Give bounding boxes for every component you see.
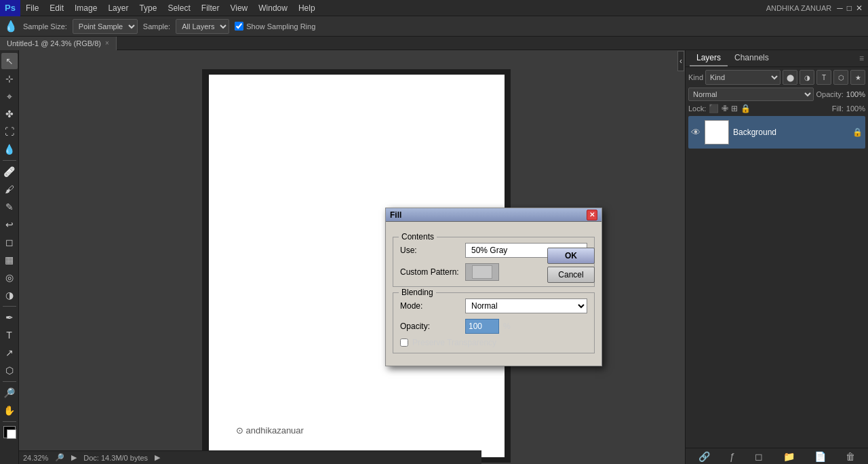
contents-label: Contents	[399, 232, 437, 241]
opacity-label-panel: Opacity:	[816, 90, 844, 98]
use-label: Use:	[400, 246, 461, 255]
brush-tool[interactable]: 🖌	[1, 181, 18, 197]
blend-mode-select[interactable]: Normal	[688, 88, 814, 101]
menu-filter[interactable]: Filter	[196, 0, 225, 16]
move-tool[interactable]: ↖	[1, 53, 18, 69]
pattern-inner	[472, 265, 492, 279]
adjustment-filter-btn[interactable]: ◑	[800, 70, 814, 85]
kind-label: Kind	[688, 73, 703, 81]
menu-select[interactable]: Select	[162, 0, 195, 16]
lock-artboard-icon[interactable]: ⊞	[731, 104, 738, 113]
lock-all-icon[interactable]: 🔒	[741, 104, 751, 113]
gradient-tool[interactable]: ▦	[1, 252, 18, 268]
document-tab[interactable]: Untitled-1 @ 24.3% (RGB/8) ×	[0, 37, 117, 50]
eyedropper-icon: 💧	[4, 20, 18, 33]
tab-layers[interactable]: Layers	[690, 50, 728, 66]
preserve-transparency-row: Preserve Transparency	[400, 338, 587, 347]
layers-toolbar: Kind Kind ⬤ ◑ T ⬡ ★	[688, 70, 865, 85]
add-mask-btn[interactable]: ◻	[755, 451, 763, 462]
lock-position-icon[interactable]: ✙	[722, 104, 728, 113]
layer-lock-icon: 🔒	[852, 128, 863, 137]
foreground-color[interactable]	[3, 426, 16, 438]
left-toolbar: ↖ ⊹ ⌖ ✤ ⛶ 💧 🩹 🖌 ✎ ↩ ◻ ▦ ◎ ◑ ✒ T ↗ ⬡ 🔎 ✋	[0, 50, 19, 464]
opacity-label: Opacity:	[400, 322, 461, 331]
tool-separator-1	[3, 160, 16, 161]
panel-expand-icon[interactable]: ≡	[859, 54, 864, 63]
opacity-unit: %	[503, 322, 511, 331]
preserve-label: Preserve Transparency	[412, 338, 496, 347]
preserve-transparency-checkbox[interactable]	[400, 339, 408, 347]
close-button[interactable]: ✕	[856, 3, 863, 13]
custom-pattern-label: Custom Pattern:	[400, 267, 461, 277]
dialog-overlay: Fill ✕ Contents Use: 50% Gray	[19, 50, 685, 464]
menu-edit[interactable]: Edit	[44, 0, 69, 16]
opacity-input[interactable]	[465, 319, 499, 334]
healing-brush-tool[interactable]: 🩹	[1, 163, 18, 180]
smart-filter-btn[interactable]: ★	[850, 70, 865, 85]
ok-button[interactable]: OK	[547, 248, 595, 264]
mode-select[interactable]: Normal	[465, 298, 587, 313]
sample-select[interactable]: All Layers	[176, 19, 229, 34]
tool-separator-2	[3, 306, 16, 307]
pixel-filter-btn[interactable]: ⬤	[783, 70, 797, 85]
eraser-tool[interactable]: ◻	[1, 234, 18, 250]
show-sampling-checkbox-label[interactable]: Show Sampling Ring	[235, 22, 315, 31]
menu-bar: Ps File Edit Image Layer Type Select Fil…	[0, 0, 868, 16]
marquee-tool[interactable]: ⊹	[1, 71, 18, 87]
shape-tool[interactable]: ⬡	[1, 362, 18, 379]
layers-lock: Lock: ⬛ ✙ ⊞ 🔒 Fill: 100%	[688, 104, 865, 113]
menu-layer[interactable]: Layer	[102, 0, 134, 16]
restore-button[interactable]: □	[847, 3, 852, 13]
tool-separator-4	[3, 421, 16, 422]
pen-tool[interactable]: ✒	[1, 309, 18, 326]
eyedropper-tool[interactable]: 💧	[1, 141, 18, 157]
tab-close-button[interactable]: ×	[105, 39, 109, 47]
hand-tool[interactable]: ✋	[1, 402, 18, 419]
sample-size-select[interactable]: Point Sample	[73, 19, 138, 34]
cancel-button[interactable]: Cancel	[547, 267, 595, 283]
history-brush-tool[interactable]: ↩	[1, 216, 18, 233]
menu-help[interactable]: Help	[293, 0, 321, 16]
dialog-buttons: OK Cancel	[547, 248, 595, 283]
layer-visibility-icon[interactable]: 👁	[691, 127, 701, 138]
dodge-tool[interactable]: ◑	[1, 287, 18, 303]
sample-label: Sample:	[143, 22, 170, 31]
link-layers-btn[interactable]: 🔗	[698, 451, 710, 462]
ps-logo: Ps	[0, 0, 20, 16]
show-sampling-checkbox[interactable]	[235, 22, 243, 31]
type-filter-btn[interactable]: T	[816, 70, 831, 85]
canvas-area: ⊙ andhikazanuar Fill ✕ Contents Use:	[19, 50, 685, 464]
menu-type[interactable]: Type	[134, 0, 162, 16]
opacity-row: Opacity: %	[400, 319, 587, 334]
dialog-titlebar: Fill ✕	[386, 208, 601, 222]
add-style-btn[interactable]: ƒ	[730, 451, 735, 462]
lasso-tool[interactable]: ⌖	[1, 88, 18, 104]
delete-layer-btn[interactable]: 🗑	[846, 451, 855, 462]
crop-tool[interactable]: ⛶	[1, 123, 18, 140]
tab-channels[interactable]: Channels	[728, 50, 776, 66]
dialog-close-button[interactable]: ✕	[587, 210, 597, 220]
blending-label: Blending	[399, 288, 436, 297]
layer-item[interactable]: 👁 Background 🔒	[688, 116, 865, 149]
shape-filter-btn[interactable]: ⬡	[833, 70, 848, 85]
fill-label-panel: Fill:	[832, 104, 844, 113]
menu-view[interactable]: View	[224, 0, 253, 16]
path-select-tool[interactable]: ↗	[1, 345, 18, 361]
minimize-button[interactable]: ─	[837, 3, 843, 13]
custom-pattern-preview[interactable]	[465, 263, 499, 281]
menu-file[interactable]: File	[20, 0, 44, 16]
blur-tool[interactable]: ◎	[1, 269, 18, 286]
kind-select[interactable]: Kind	[705, 70, 781, 85]
new-group-btn[interactable]: 📁	[783, 451, 795, 462]
lock-pixels-icon[interactable]: ⬛	[709, 104, 719, 113]
zoom-tool[interactable]: 🔎	[1, 385, 18, 401]
layers-options: Normal Opacity: 100%	[688, 88, 865, 101]
fill-value-panel: 100%	[846, 104, 865, 113]
type-tool[interactable]: T	[1, 327, 18, 343]
new-layer-btn[interactable]: 📄	[814, 451, 826, 462]
quick-select-tool[interactable]: ✤	[1, 106, 18, 122]
menu-window[interactable]: Window	[253, 0, 293, 16]
menu-image[interactable]: Image	[69, 0, 102, 16]
clone-stamp-tool[interactable]: ✎	[1, 199, 18, 215]
layers-panel: Kind Kind ⬤ ◑ T ⬡ ★ Normal Opacity: 100%	[686, 67, 868, 151]
